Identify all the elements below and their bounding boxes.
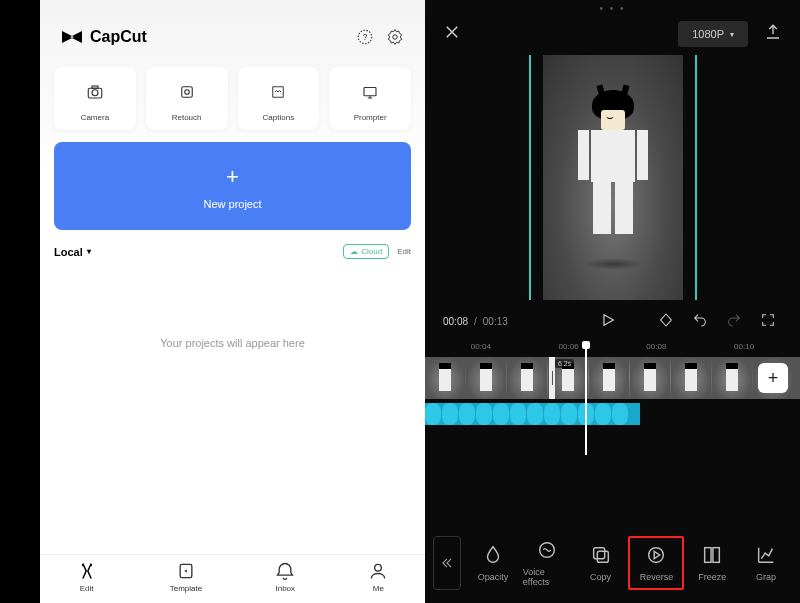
captions-icon: [269, 83, 287, 101]
tool-voice-effects[interactable]: Voice effects: [521, 533, 573, 593]
tool-copy[interactable]: Copy: [575, 538, 627, 588]
edit-projects-link[interactable]: Edit: [397, 247, 411, 256]
app-name: CapCut: [90, 28, 147, 46]
capcut-home-panel: CapCut ? Camera Retouch C: [40, 0, 425, 603]
help-icon[interactable]: ?: [355, 27, 375, 47]
retouch-icon: [178, 83, 196, 101]
edit-icon: [77, 561, 97, 581]
character-figure: [578, 90, 648, 245]
add-clip-button[interactable]: +: [758, 363, 788, 393]
empty-projects-message: Your projects will appear here: [40, 259, 425, 554]
svg-rect-15: [593, 548, 604, 559]
prompter-icon: [361, 83, 379, 101]
nav-me[interactable]: Me: [368, 561, 388, 593]
tool-label: Camera: [81, 113, 109, 122]
left-spacer: [0, 0, 40, 603]
editor-panel: • • • 1080P ▾: [425, 0, 800, 603]
reverse-icon: [645, 544, 667, 566]
trim-handle-right[interactable]: [695, 55, 697, 300]
keyframe-icon: [658, 312, 674, 328]
audio-clip[interactable]: [425, 403, 640, 425]
time-separator: /: [474, 316, 477, 327]
cloud-badge[interactable]: ☁ Cloud: [343, 244, 389, 259]
capcut-header: CapCut ?: [40, 0, 425, 67]
camera-icon: [86, 83, 104, 101]
nav-template[interactable]: Template: [170, 561, 202, 593]
tool-reverse[interactable]: Reverse: [628, 536, 684, 590]
editor-toolbar: Opacity Voice effects Copy Reverse Freez…: [425, 517, 800, 603]
tool-label: Prompter: [354, 113, 387, 122]
tool-retouch[interactable]: Retouch: [146, 67, 228, 130]
redo-icon: [726, 312, 742, 328]
new-project-button[interactable]: + New project: [54, 142, 411, 230]
timeline-ruler[interactable]: 00:04 00:06 00:08 00:10: [425, 336, 800, 355]
time-total: 00:13: [483, 316, 508, 327]
audio-track[interactable]: [425, 403, 800, 425]
close-button[interactable]: [443, 23, 461, 46]
svg-rect-8: [364, 88, 376, 96]
resolution-button[interactable]: 1080P ▾: [678, 21, 748, 47]
svg-rect-18: [713, 548, 719, 563]
chevron-down-icon: ▾: [87, 247, 91, 256]
svg-rect-14: [597, 551, 608, 562]
nav-edit[interactable]: Edit: [77, 561, 97, 593]
svg-rect-5: [92, 86, 98, 88]
inbox-icon: [275, 561, 295, 581]
drag-handle-dots: • • •: [425, 0, 800, 17]
trim-handle-left[interactable]: [529, 55, 531, 300]
editor-header: 1080P ▾: [425, 17, 800, 55]
svg-point-16: [649, 548, 664, 563]
tool-freeze[interactable]: Freeze: [686, 538, 738, 588]
redo-button[interactable]: [726, 312, 742, 330]
undo-icon: [692, 312, 708, 328]
svg-point-7: [184, 90, 189, 95]
keyframe-button[interactable]: [658, 312, 674, 330]
me-icon: [368, 561, 388, 581]
collapse-toolbar-button[interactable]: [433, 536, 461, 590]
cloud-icon: ☁: [350, 247, 358, 256]
bottom-nav: Edit Template Inbox Me: [40, 554, 425, 603]
time-current: 00:08: [443, 316, 468, 327]
plus-icon: +: [226, 166, 239, 188]
split-handle[interactable]: [549, 357, 555, 399]
local-dropdown[interactable]: Local ▾: [54, 246, 91, 258]
svg-point-2: [393, 35, 398, 40]
svg-point-10: [90, 564, 92, 566]
close-icon: [443, 23, 461, 41]
export-button[interactable]: [764, 23, 782, 45]
playhead[interactable]: [585, 345, 587, 455]
svg-rect-17: [705, 548, 711, 563]
app-container: CapCut ? Camera Retouch C: [0, 0, 800, 603]
undo-button[interactable]: [692, 312, 708, 330]
svg-point-12: [375, 564, 382, 571]
svg-rect-6: [181, 87, 192, 98]
tool-captions[interactable]: Captions: [238, 67, 320, 130]
fullscreen-button[interactable]: [760, 312, 776, 330]
chevron-down-icon: ▾: [730, 30, 734, 39]
export-icon: [764, 23, 782, 41]
nav-inbox[interactable]: Inbox: [275, 561, 295, 593]
quick-tools-row: Camera Retouch Captions Prompter: [40, 67, 425, 130]
tool-opacity[interactable]: Opacity: [467, 538, 519, 588]
clip-duration-badge: 6.2s: [555, 359, 574, 368]
fullscreen-icon: [760, 312, 776, 328]
svg-point-4: [92, 90, 98, 96]
tool-camera[interactable]: Camera: [54, 67, 136, 130]
capcut-logo-icon: [60, 25, 84, 49]
opacity-icon: [482, 544, 504, 566]
svg-text:?: ?: [363, 33, 368, 42]
playback-controls: 00:08 / 00:13: [425, 306, 800, 336]
chevron-double-left-icon: [440, 556, 454, 570]
timeline-area[interactable]: 6.2s +: [425, 355, 800, 450]
freeze-icon: [701, 544, 723, 566]
tool-label: Captions: [263, 113, 295, 122]
video-clip[interactable]: [425, 357, 800, 399]
tool-graph[interactable]: Grap: [740, 538, 792, 588]
voice-effects-icon: [536, 539, 558, 561]
video-track[interactable]: 6.2s +: [425, 357, 800, 399]
copy-icon: [590, 544, 612, 566]
video-preview[interactable]: [543, 55, 683, 300]
tool-prompter[interactable]: Prompter: [329, 67, 411, 130]
play-button[interactable]: [600, 312, 616, 330]
settings-icon[interactable]: [385, 27, 405, 47]
